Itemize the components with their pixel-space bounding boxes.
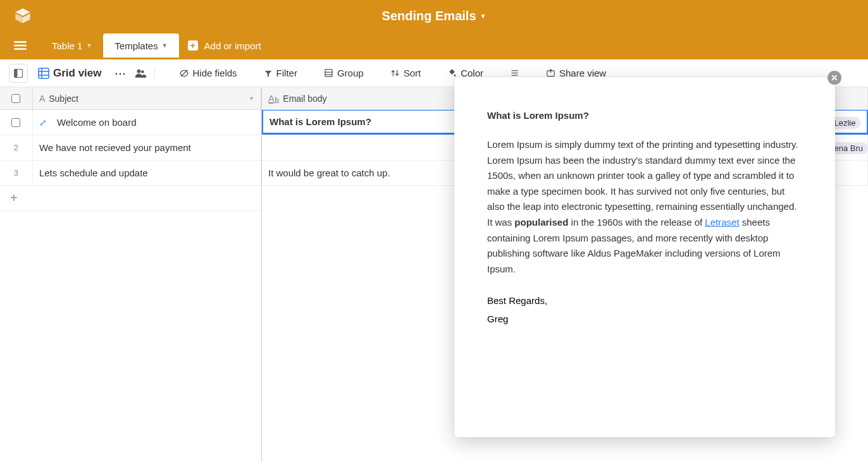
sort-button[interactable]: Sort [385,65,426,81]
chevron-down-icon: ▼ [480,13,487,20]
svg-rect-12 [325,70,332,76]
cell-subject[interactable]: We have not recieved your payment [33,135,261,160]
svg-point-9 [137,69,140,73]
filter-button[interactable]: Filter [259,65,302,81]
tab-label: Templates [115,40,158,51]
plus-icon: + [188,40,198,51]
group-button[interactable]: Group [319,65,369,81]
view-switcher[interactable]: Grid view [33,64,107,82]
svg-point-15 [454,75,456,76]
link-letraset[interactable]: Letraset [705,217,739,228]
sort-label: Sort [404,68,421,78]
menu-icon[interactable] [14,39,27,52]
tab-label: Table 1 [52,40,82,51]
column-header-subject[interactable]: A Subject ▼ [33,87,261,109]
select-all-header[interactable] [0,87,33,109]
filter-label: Filter [276,68,297,78]
long-text-field-icon: A̲ь [268,94,279,104]
column-label: Email body [283,94,326,104]
row-number[interactable]: 2 [0,135,33,160]
cell-subject[interactable]: Lets schedule and update [33,161,261,185]
svg-rect-5 [39,68,49,78]
hide-fields-label: Hide fields [193,68,237,78]
view-options-button[interactable]: ⋯ [112,66,129,80]
cell-editor-popup: ✕ What is Lorem Ipsum? Lorem Ipsum is si… [454,77,835,437]
row-number[interactable]: 3 [0,161,33,185]
rich-text-editor[interactable]: What is Lorem Ipsum? Lorem Ipsum is simp… [473,96,816,418]
logo-icon[interactable] [8,7,32,25]
svg-rect-0 [14,41,27,43]
cell-value: It would be great to catch up. [268,167,390,178]
cell-value: We have not recieved your payment [39,142,191,153]
table-row[interactable]: 2 We have not recieved your payment [0,135,261,161]
chevron-down-icon: ▼ [249,95,254,102]
svg-rect-2 [14,48,27,50]
cell-value: What is Lorem Ipsum? [270,116,371,127]
expand-record-icon[interactable]: ⤢ [39,118,47,128]
add-or-import-button[interactable]: + Add or import [188,40,261,51]
view-name: Grid view [53,67,102,80]
cell-value: Welcome on board [57,117,137,128]
popup-heading: What is Lorem Ipsum? [487,110,802,121]
collaborators-button[interactable] [134,67,147,80]
row-selector[interactable] [0,110,33,135]
add-row-button[interactable]: + [0,186,261,211]
row-checkbox[interactable] [11,118,20,127]
tab-table1[interactable]: Table 1 ▼ [40,33,103,58]
svg-rect-4 [15,69,18,77]
group-label: Group [337,68,364,78]
cell-value: Lets schedule and update [39,167,148,178]
divider [154,66,155,80]
svg-point-10 [141,70,144,73]
workspace-title-text: Sending Emails [382,9,476,23]
table-row[interactable]: 3 Lets schedule and update [0,161,261,186]
close-button[interactable]: ✕ [828,71,841,85]
popup-signature: Best Regards, Greg [487,292,802,328]
workspace-title[interactable]: Sending Emails ▼ [382,9,487,23]
tab-templates[interactable]: Templates ▼ [103,33,178,58]
cell-subject[interactable]: ⤢ Welcome on board [33,110,261,135]
sidebar-toggle-button[interactable] [9,64,28,83]
hide-fields-button[interactable]: Hide fields [174,65,242,81]
column-label: Subject [49,94,78,104]
add-tab-label: Add or import [204,40,261,51]
popup-body-text: Lorem Ipsum is simply dummy text of the … [487,137,802,277]
close-icon: ✕ [831,73,838,83]
table-row[interactable]: ⤢ Welcome on board [0,110,261,135]
text-field-icon: A [39,94,45,104]
chevron-down-icon: ▼ [86,42,92,49]
select-all-checkbox[interactable] [11,94,20,103]
chevron-down-icon: ▼ [162,42,168,49]
svg-rect-1 [14,45,27,47]
